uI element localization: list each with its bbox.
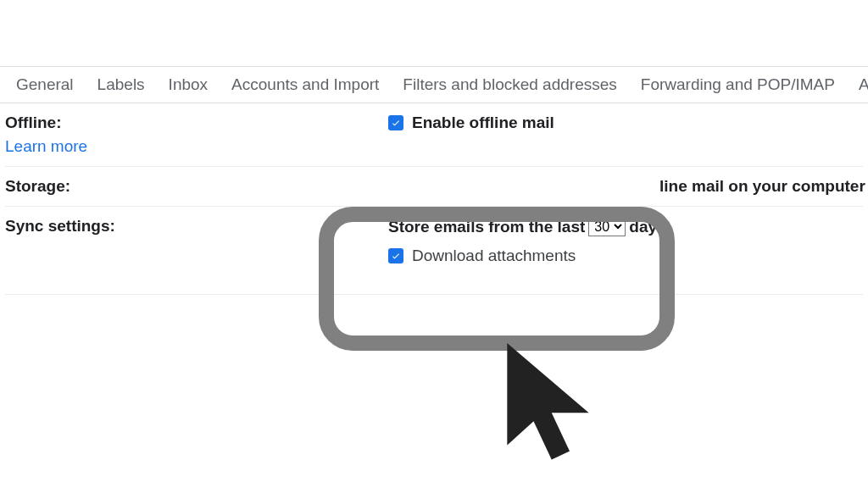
checkmark-icon	[391, 118, 401, 128]
enable-offline-checkbox[interactable]	[388, 115, 403, 130]
download-attachments-label: Download attachments	[412, 247, 576, 265]
offline-learn-more-link[interactable]: Learn more	[5, 137, 388, 156]
settings-body: Offline: Learn more Enable offline mail …	[0, 103, 868, 295]
checkmark-icon	[391, 251, 401, 261]
enable-offline-label: Enable offline mail	[412, 114, 554, 132]
tab-accounts-import[interactable]: Accounts and Import	[220, 67, 391, 103]
row-storage: Storage: line mail on your computer	[5, 167, 863, 207]
download-attachments-checkbox[interactable]	[388, 248, 403, 263]
row-offline: Offline: Learn more Enable offline mail	[5, 103, 863, 167]
store-emails-suffix: days.	[629, 218, 670, 236]
row-sync-settings: Sync settings: Store emails from the las…	[5, 207, 863, 295]
storage-label: Storage:	[5, 177, 388, 196]
tab-filters-blocked[interactable]: Filters and blocked addresses	[391, 67, 628, 103]
storage-content: line mail on your computer	[388, 177, 865, 196]
tab-labels[interactable]: Labels	[86, 67, 157, 103]
days-select[interactable]: 30	[588, 217, 626, 236]
enable-offline-row: Enable offline mail	[388, 114, 863, 132]
download-attachments-row: Download attachments	[388, 247, 863, 265]
tab-general[interactable]: General	[4, 67, 86, 103]
offline-content: Enable offline mail	[388, 114, 863, 132]
settings-tabs: General Labels Inbox Accounts and Import…	[0, 66, 868, 103]
store-emails-line: Store emails from the last 30 days.	[388, 217, 863, 236]
offline-label: Offline:	[5, 114, 62, 131]
tab-inbox[interactable]: Inbox	[157, 67, 220, 103]
offline-label-block: Offline: Learn more	[5, 114, 388, 156]
tab-more-cut[interactable]: A	[847, 67, 868, 103]
cursor-arrow-illustration	[492, 337, 619, 485]
sync-label: Sync settings:	[5, 217, 388, 236]
storage-text-fragment: line mail on your computer	[388, 177, 865, 196]
sync-content: Store emails from the last 30 days. Down…	[388, 217, 863, 265]
cursor-icon	[492, 337, 619, 481]
top-blank-area	[0, 0, 868, 66]
store-emails-prefix: Store emails from the last	[388, 218, 585, 236]
tab-forwarding-pop-imap[interactable]: Forwarding and POP/IMAP	[629, 67, 847, 103]
